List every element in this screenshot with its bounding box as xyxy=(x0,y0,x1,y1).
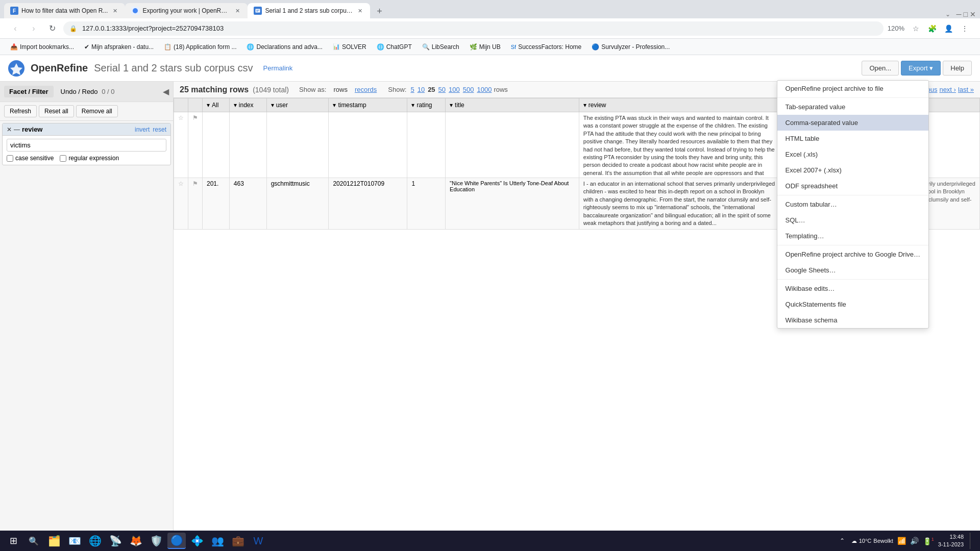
case-sensitive-input[interactable] xyxy=(7,155,13,162)
facet-filter-tab[interactable]: Facet / Filter xyxy=(4,86,54,97)
col-title-dropdown[interactable]: ▾ xyxy=(450,102,453,109)
weather-widget[interactable]: ☁ 10°C Bewolkt xyxy=(851,538,893,544)
tab-list-btn[interactable]: ⌄ xyxy=(945,11,950,18)
search-btn[interactable]: 🔍 xyxy=(24,533,43,549)
star-cell-2[interactable]: ☆ xyxy=(174,178,188,230)
col-review-dropdown[interactable]: ▾ xyxy=(583,102,586,109)
facet-search-input[interactable] xyxy=(7,139,166,152)
new-tab-btn[interactable]: + xyxy=(372,4,386,18)
col-rating[interactable]: ▾ rating xyxy=(407,98,446,112)
facet-close-dash[interactable]: — xyxy=(14,126,20,133)
bookmark-star-btn[interactable]: ☆ xyxy=(909,21,923,36)
taskbar-edge[interactable]: 🌐 xyxy=(86,533,104,549)
col-all[interactable]: ▾ All xyxy=(203,98,230,112)
page-last-btn[interactable]: last » xyxy=(958,86,974,93)
export-odf[interactable]: ODF spreadsheet xyxy=(777,178,928,194)
taskbar-firefox[interactable]: 🦊 xyxy=(127,533,145,549)
volume-icon[interactable]: 🔊 xyxy=(910,537,919,545)
export-html[interactable]: HTML table xyxy=(777,131,928,146)
tab-1-close[interactable]: ✕ xyxy=(111,7,119,15)
star-cell[interactable]: ☆ xyxy=(174,112,188,178)
zoom-level[interactable]: 120% xyxy=(888,24,904,32)
export-custom[interactable]: Custom tabular… xyxy=(777,196,928,212)
taskbar-outlook[interactable]: 📧 xyxy=(65,533,84,549)
export-btn[interactable]: Export ▾ xyxy=(901,61,941,76)
col-rating-dropdown[interactable]: ▾ xyxy=(411,102,414,109)
col-index-dropdown[interactable]: ▾ xyxy=(234,102,237,109)
count-25[interactable]: 25 xyxy=(428,86,435,93)
bookmark-successfactors[interactable]: Sf SuccessFactors: Home xyxy=(507,42,585,52)
tab-2[interactable]: Exporting your work | OpenRef... ✕ xyxy=(125,3,248,18)
bookmark-mijnub[interactable]: 🌿 Mijn UB xyxy=(465,42,505,52)
view-records-btn[interactable]: records xyxy=(352,85,380,94)
export-tsv[interactable]: Tab-separated value xyxy=(777,99,928,115)
facet-reset-link[interactable]: reset xyxy=(153,126,166,133)
tab-3-close[interactable]: ✕ xyxy=(356,7,364,15)
export-templating[interactable]: Templating… xyxy=(777,228,928,244)
export-sql[interactable]: SQL… xyxy=(777,212,928,228)
export-google-archive[interactable]: OpenRefine project archive to Google Dri… xyxy=(777,246,928,262)
page-next-btn[interactable]: next › xyxy=(939,86,956,93)
col-index[interactable]: ▾ index xyxy=(229,98,266,112)
export-wikibase-schema[interactable]: Wikibase schema xyxy=(777,312,928,328)
extensions-btn[interactable]: 🧩 xyxy=(925,21,939,36)
reload-btn[interactable]: ↻ xyxy=(45,21,59,36)
export-csv[interactable]: Comma-separated value xyxy=(777,115,928,131)
collapse-sidebar-btn[interactable]: ◀ xyxy=(163,87,169,96)
export-google-sheets[interactable]: Google Sheets… xyxy=(777,262,928,278)
count-10[interactable]: 10 xyxy=(418,86,425,93)
regex-checkbox[interactable]: regular expression xyxy=(60,155,119,162)
count-500[interactable]: 500 xyxy=(463,86,474,93)
bookmark-survulyzer[interactable]: 🔵 Survulyzer - Profession... xyxy=(587,42,674,52)
bookmark-solver[interactable]: 📊 SOLVER xyxy=(329,42,371,52)
export-excel2007[interactable]: Excel 2007+ (.xlsx) xyxy=(777,162,928,178)
bookmark-2[interactable]: 📋 (18) Application form ... xyxy=(160,42,240,52)
show-desktop-btn[interactable] xyxy=(970,533,972,549)
profile-btn[interactable]: 👤 xyxy=(941,21,955,36)
back-btn[interactable]: ‹ xyxy=(8,21,22,36)
bookmark-import[interactable]: 📥 Import bookmarks... xyxy=(6,42,78,52)
col-timestamp-dropdown[interactable]: ▾ xyxy=(333,102,336,109)
bookmark-chatgpt[interactable]: 🌐 ChatGPT xyxy=(373,42,416,52)
col-user-dropdown[interactable]: ▾ xyxy=(271,102,274,109)
taskbar-app-3[interactable]: 💠 xyxy=(188,533,206,549)
taskbar-filezilla[interactable]: 📡 xyxy=(106,533,125,549)
bookmark-1[interactable]: ✔ Mijn afspraken - datu... xyxy=(80,42,158,52)
taskbar-teams[interactable]: 👥 xyxy=(208,533,227,549)
start-btn[interactable]: ⊞ xyxy=(4,533,22,549)
taskbar-chrome[interactable]: 🔵 xyxy=(167,533,186,549)
open-btn[interactable]: Open... xyxy=(862,61,899,76)
minimize-btn[interactable]: ─ xyxy=(957,10,962,18)
col-timestamp[interactable]: ▾ timestamp xyxy=(329,98,407,112)
col-review[interactable]: ▾ review xyxy=(579,98,779,112)
export-archive[interactable]: OpenRefine project archive to file xyxy=(777,81,928,96)
col-user[interactable]: ▾ user xyxy=(266,98,329,112)
count-50[interactable]: 50 xyxy=(438,86,446,93)
facet-invert-link[interactable]: invert xyxy=(135,126,150,133)
flag-cell[interactable]: ⚑ xyxy=(188,112,203,178)
taskbar-app-2[interactable]: 🛡️ xyxy=(147,533,165,549)
taskbar-app-1[interactable]: 🗂️ xyxy=(45,533,63,549)
tab-1[interactable]: F How to filter data with Open R... ✕ xyxy=(4,3,125,18)
notification-tray[interactable]: ⌃ xyxy=(837,536,847,546)
export-excel[interactable]: Excel (.xls) xyxy=(777,146,928,162)
permalink[interactable]: Permalink xyxy=(263,64,293,72)
flag-cell-2[interactable]: ⚑ xyxy=(188,178,203,230)
tab-3[interactable]: Serial 1 and 2 stars sub corpus... ✕ xyxy=(248,3,370,18)
battery-notification[interactable]: 🔋1 xyxy=(923,537,934,545)
count-5[interactable]: 5 xyxy=(410,86,414,93)
bookmark-libsearch[interactable]: 🔍 LibSearch xyxy=(418,42,463,52)
undo-redo-tab[interactable]: Undo / Redo 0 / 0 xyxy=(56,86,120,97)
network-icon[interactable]: 📶 xyxy=(897,537,906,545)
facet-close-x[interactable]: ✕ xyxy=(7,126,12,133)
taskbar-word[interactable]: W xyxy=(249,533,267,549)
col-all-dropdown[interactable]: ▾ xyxy=(207,102,210,109)
count-100[interactable]: 100 xyxy=(449,86,460,93)
reset-all-btn[interactable]: Reset all xyxy=(39,105,74,117)
remove-all-btn[interactable]: Remove all xyxy=(76,105,118,117)
regex-input[interactable] xyxy=(60,155,66,162)
count-1000[interactable]: 1000 xyxy=(477,86,492,93)
view-rows-btn[interactable]: rows xyxy=(330,85,350,94)
tab-2-close[interactable]: ✕ xyxy=(233,7,241,15)
menu-btn[interactable]: ⋮ xyxy=(958,21,972,36)
